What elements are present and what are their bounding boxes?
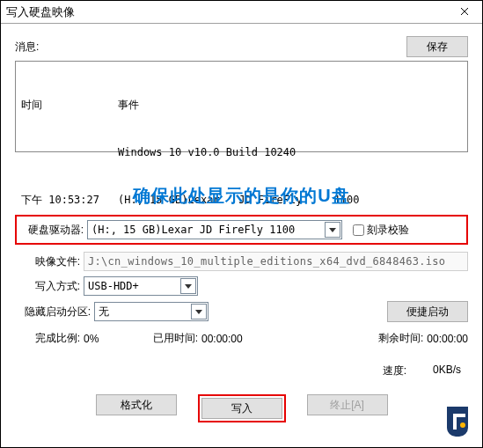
close-icon bbox=[460, 7, 469, 16]
svg-marker-4 bbox=[195, 310, 202, 314]
logo-icon bbox=[438, 403, 477, 442]
elapsed-value: 00:00:00 bbox=[201, 333, 263, 345]
dialog-window: 写入硬盘映像 消息: 保存 时间 事件 Windows 10 v10.0 Bui… bbox=[0, 0, 483, 448]
log-time-cell bbox=[21, 144, 118, 160]
drive-dropdown[interactable]: (H:, 15 GB)Lexar JD FireFly 1100 bbox=[87, 220, 342, 239]
elapsed-label: 已用时间: bbox=[145, 331, 201, 346]
write-mode-dropdown[interactable]: USB-HDD+ bbox=[84, 276, 198, 296]
action-button-row: 格式化 写入 终止[A] bbox=[15, 394, 468, 422]
drive-value: (H:, 15 GB)Lexar JD FireFly 1100 bbox=[91, 224, 295, 236]
quick-boot-button[interactable]: 便捷启动 bbox=[387, 301, 468, 322]
close-button[interactable] bbox=[447, 1, 482, 22]
progress-label: 完成比例: bbox=[15, 331, 84, 346]
message-label: 消息: bbox=[15, 40, 39, 55]
chevron-down-icon bbox=[325, 222, 340, 238]
speed-label: 速度: bbox=[383, 364, 406, 378]
log-time-header: 时间 bbox=[21, 97, 118, 113]
svg-marker-2 bbox=[329, 228, 336, 232]
svg-point-7 bbox=[460, 422, 465, 428]
format-button[interactable]: 格式化 bbox=[96, 394, 177, 415]
titlebar: 写入硬盘映像 bbox=[1, 1, 482, 24]
log-event-cell: Windows 10 v10.0 Build 10240 bbox=[118, 144, 296, 160]
write-highlight-box: 写入 bbox=[198, 394, 286, 422]
log-listbox[interactable]: 时间 事件 Windows 10 v10.0 Build 10240 下午 10… bbox=[15, 61, 468, 152]
svg-rect-6 bbox=[453, 414, 457, 430]
window-title: 写入硬盘映像 bbox=[6, 4, 75, 20]
log-event-header: 事件 bbox=[118, 97, 139, 113]
remaining-value: 00:00:00 bbox=[427, 333, 468, 345]
chevron-down-icon bbox=[180, 278, 196, 294]
drive-highlight-box: 硬盘驱动器: (H:, 15 GB)Lexar JD FireFly 1100 … bbox=[15, 215, 468, 245]
hidden-boot-label: 隐藏启动分区: bbox=[15, 305, 94, 319]
chevron-down-icon bbox=[191, 304, 207, 319]
verify-checkbox-label[interactable]: 刻录校验 bbox=[349, 222, 409, 239]
drive-label: 硬盘驱动器: bbox=[18, 223, 87, 238]
save-button[interactable]: 保存 bbox=[406, 36, 468, 57]
write-button[interactable]: 写入 bbox=[201, 398, 282, 419]
verify-checkbox[interactable] bbox=[353, 224, 364, 236]
remaining-label: 剩余时间: bbox=[370, 331, 427, 346]
svg-marker-3 bbox=[185, 284, 192, 289]
hidden-boot-value: 无 bbox=[99, 305, 109, 319]
write-mode-label: 写入方式: bbox=[15, 279, 84, 294]
hidden-boot-dropdown[interactable]: 无 bbox=[94, 302, 209, 321]
log-time-cell: 下午 10:53:27 bbox=[21, 192, 118, 208]
verify-text: 刻录校验 bbox=[367, 223, 409, 238]
speed-value: 0KB/s bbox=[433, 364, 461, 378]
abort-button: 终止[A] bbox=[307, 394, 388, 415]
image-file-label: 映像文件: bbox=[15, 254, 84, 269]
image-file-field[interactable]: J:\cn_windows_10_multiple_editions_x64_d… bbox=[84, 252, 468, 271]
write-mode-value: USB-HDD+ bbox=[88, 280, 139, 292]
progress-value: 0% bbox=[84, 333, 145, 345]
